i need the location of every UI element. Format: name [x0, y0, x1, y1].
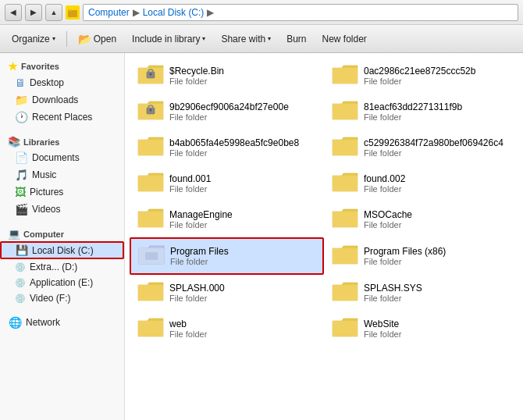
file-item[interactable]: 0ac2986c21ee8725ccc52bFile folder [324, 58, 518, 94]
file-item[interactable]: Program Files (x86)File folder [324, 237, 518, 275]
file-name: 0ac2986c21ee8725ccc52b [364, 66, 511, 77]
file-name: found.002 [364, 173, 511, 184]
file-info: ManageEngineFile folder [169, 209, 317, 230]
folder-svg [331, 242, 359, 267]
file-item[interactable]: $Recycle.BinFile folder [130, 58, 324, 94]
file-item[interactable]: found.001File folder [130, 166, 324, 201]
sidebar-item-application-e[interactable]: 💿 Application (E:) [0, 275, 124, 290]
location-icon [66, 5, 80, 20]
file-item[interactable]: WebSiteFile folder [324, 311, 518, 347]
computer-icon: 💻 [8, 228, 20, 240]
burn-button[interactable]: Burn [279, 30, 313, 48]
folder-svg [331, 98, 359, 123]
file-name: SPLASH.000 [169, 283, 317, 294]
sidebar-item-downloads[interactable]: 📁 Downloads [0, 91, 124, 109]
file-item[interactable]: MSOCacheFile folder [324, 201, 518, 237]
new-folder-button[interactable]: New folder [315, 30, 374, 48]
file-name: $Recycle.Bin [169, 66, 317, 77]
sidebar-item-network[interactable]: 🌐 Network [0, 314, 124, 331]
address-path[interactable]: Computer ▶ Local Disk (C:) ▶ [83, 4, 518, 21]
file-area: $Recycle.BinFile folder 0ac2986c21ee8725… [125, 53, 523, 420]
file-item[interactable]: 81eacf63dd2271311f9bFile folder [324, 94, 518, 130]
folder-selected-svg [137, 242, 165, 267]
sidebar-item-videos[interactable]: 🎬 Videos [0, 201, 124, 218]
folder-svg [331, 62, 359, 87]
back-button[interactable]: ◀ [5, 4, 22, 21]
open-icon: 📂 [78, 33, 91, 45]
sidebar-item-extra-d[interactable]: 💿 Extra... (D:) [0, 259, 124, 275]
organize-button[interactable]: Organize ▾ [5, 30, 62, 48]
sidebar-item-pictures[interactable]: 🖼 Pictures [0, 183, 124, 201]
computer-section: 💻 Computer 💾 Local Disk (C:) 💿 Extra... … [0, 226, 124, 306]
file-info: webFile folder [169, 319, 317, 339]
folder-svg [331, 315, 359, 340]
sidebar-item-video-f[interactable]: 💿 Video (F:) [0, 290, 124, 306]
sidebar-item-desktop[interactable]: 🖥 Desktop [0, 74, 124, 91]
folder-icon [137, 133, 165, 162]
file-info: MSOCacheFile folder [364, 209, 511, 230]
address-bar: ◀ ▶ ▲ Computer ▶ Local Disk (C:) ▶ [0, 0, 523, 25]
organize-dropdown-arrow: ▾ [52, 35, 55, 42]
folder-icon [137, 315, 165, 343]
forward-button[interactable]: ▶ [25, 4, 42, 21]
libraries-section: 📚 Libraries 📄 Documents 🎵 Music 🖼 Pictur… [0, 133, 124, 218]
file-type: File folder [364, 329, 511, 339]
file-info: SPLASH.SYSFile folder [364, 283, 511, 303]
folder-icon [331, 133, 359, 162]
file-item[interactable]: Program FilesFile folder [130, 237, 324, 275]
file-name: ManageEngine [169, 209, 317, 220]
folder-svg [331, 279, 359, 304]
music-icon: 🎵 [15, 169, 28, 181]
sidebar-item-documents[interactable]: 📄 Documents [0, 149, 124, 166]
folder-svg [137, 205, 165, 230]
folder-icon [331, 169, 359, 198]
sidebar-item-recent-places[interactable]: 🕐 Recent Places [0, 109, 124, 126]
file-name: Program Files [170, 246, 316, 257]
sidebar-item-local-disk-c[interactable]: 💾 Local Disk (C:) [0, 241, 124, 259]
libraries-icon: 📚 [8, 136, 20, 148]
file-item[interactable]: b4ab065fa4e5998ea5fc9e0be8File folder [130, 130, 324, 166]
folder-svg [137, 279, 165, 304]
extra-d-icon: 💿 [15, 262, 26, 272]
video-f-icon: 💿 [15, 294, 26, 304]
file-item[interactable]: ManageEngineFile folder [130, 201, 324, 237]
main-layout: ★ Favorites 🖥 Desktop 📁 Downloads 🕐 Rece… [0, 53, 523, 420]
sidebar: ★ Favorites 🖥 Desktop 📁 Downloads 🕐 Rece… [0, 53, 125, 420]
computer-crumb[interactable]: Computer [88, 7, 130, 18]
recent-places-icon: 🕐 [15, 111, 28, 123]
file-type: File folder [169, 329, 317, 339]
file-info: $Recycle.BinFile folder [169, 66, 317, 86]
file-name: MSOCache [364, 209, 511, 220]
file-info: found.001File folder [169, 173, 317, 194]
file-item[interactable]: 9b2906ecf9006a24bf27e00eFile folder [130, 94, 324, 130]
folder-icon [137, 205, 165, 233]
file-item[interactable]: webFile folder [130, 311, 324, 347]
file-item[interactable]: SPLASH.SYSFile folder [324, 275, 518, 311]
file-type: File folder [169, 220, 317, 230]
folder-svg [331, 133, 359, 158]
file-info: c529926384f72a980bef069426c4File folder [364, 137, 511, 158]
file-info: 81eacf63dd2271311f9bFile folder [364, 101, 511, 122]
file-type: File folder [169, 148, 317, 158]
folder-icon [137, 98, 165, 126]
open-button[interactable]: 📂 Open [71, 30, 123, 48]
folder-icon [137, 62, 165, 90]
svg-rect-9 [145, 252, 158, 260]
file-type: File folder [364, 148, 511, 158]
share-with-button[interactable]: Share with ▾ [214, 30, 278, 48]
downloads-icon: 📁 [15, 94, 28, 106]
file-info: Program Files (x86)File folder [364, 246, 511, 266]
file-item[interactable]: found.002File folder [324, 166, 518, 201]
include-library-button[interactable]: Include in library ▾ [125, 30, 212, 48]
sidebar-item-music[interactable]: 🎵 Music [0, 166, 124, 183]
up-button[interactable]: ▲ [45, 4, 62, 21]
file-info: found.002File folder [364, 173, 511, 194]
file-info: 9b2906ecf9006a24bf27e00eFile folder [169, 101, 317, 122]
file-item[interactable]: c529926384f72a980bef069426c4File folder [324, 130, 518, 166]
desktop-icon: 🖥 [15, 77, 26, 89]
folder-icon [137, 169, 165, 198]
file-type: File folder [364, 112, 511, 122]
disk-crumb[interactable]: Local Disk (C:) [143, 7, 205, 18]
file-item[interactable]: SPLASH.000File folder [130, 275, 324, 311]
file-info: b4ab065fa4e5998ea5fc9e0be8File folder [169, 137, 317, 158]
